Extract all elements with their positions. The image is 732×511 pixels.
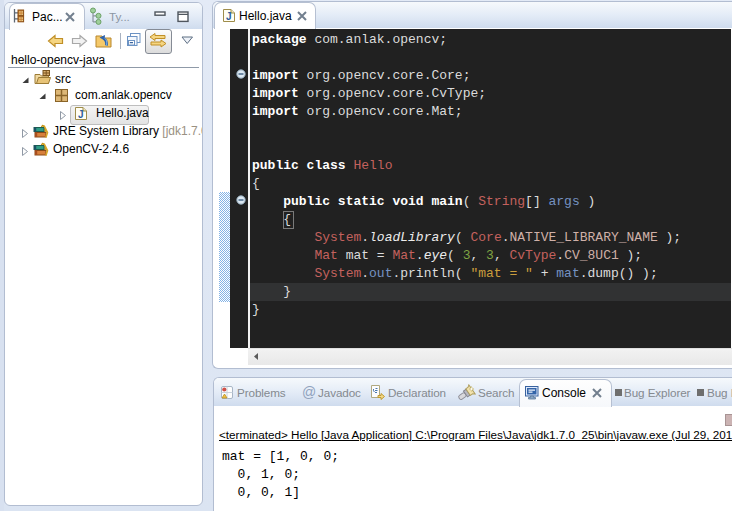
- svg-text:J: J: [226, 11, 232, 22]
- svg-text:J: J: [78, 109, 84, 120]
